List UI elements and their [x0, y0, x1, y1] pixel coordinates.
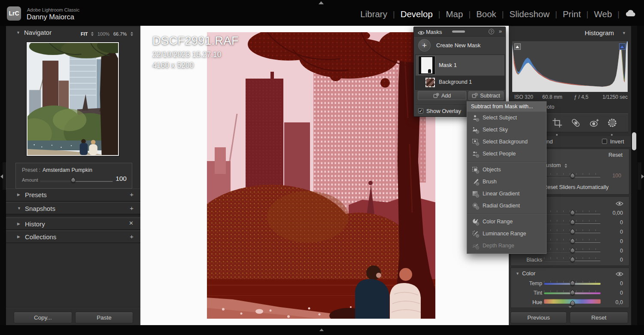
previous-button[interactable]: Previous: [510, 312, 567, 323]
color-eye-icon[interactable]: [616, 271, 623, 278]
menu-item-depth-range: Depth Range: [467, 240, 546, 252]
highlight-clipping-indicator[interactable]: [619, 43, 626, 50]
zoom-spinner-icon[interactable]: [131, 32, 133, 36]
module-map[interactable]: Map: [446, 9, 463, 19]
select-subject-icon: [472, 114, 479, 122]
crop-tool-icon[interactable]: [552, 117, 563, 128]
photo-with-mask-overlay[interactable]: [207, 32, 435, 319]
module-web[interactable]: Web: [594, 9, 612, 19]
subtract-from-mask-button[interactable]: Subtract: [468, 91, 504, 100]
navigator-zoom-ratio-button[interactable]: 66.7%: [113, 31, 127, 37]
masks-help-icon[interactable]: ?: [489, 29, 494, 34]
slider-row-tint: Tint 0: [511, 289, 629, 298]
module-separator: |: [617, 10, 620, 19]
right-panel-scrollbar[interactable]: [631, 26, 637, 325]
mask-component-item[interactable]: Background 1: [416, 76, 504, 89]
shadow-clipping-indicator[interactable]: [514, 43, 521, 50]
menu-item-brush[interactable]: Brush: [467, 176, 546, 188]
menu-item-radial-gradient[interactable]: Radial Gradient: [467, 200, 546, 212]
show-overlay-checkbox[interactable]: ✓: [418, 108, 423, 113]
preset-spinner-icon[interactable]: [565, 164, 567, 168]
navigator-fit-button[interactable]: FIT: [81, 31, 88, 37]
masks-eye-icon[interactable]: [418, 29, 425, 37]
mask-amount-value: 100: [612, 173, 621, 179]
copy-button[interactable]: Copy...: [14, 312, 72, 323]
light-eye-icon[interactable]: [616, 200, 623, 208]
module-develop[interactable]: Develop: [401, 9, 433, 19]
presets-collapse-icon: ▶: [17, 192, 20, 197]
history-clear-button[interactable]: ✕: [129, 220, 134, 226]
menu-item-select-people[interactable]: Select People: [467, 148, 546, 160]
show-filmstrip-arrow-icon[interactable]: [319, 329, 324, 331]
navigator-preview[interactable]: [27, 42, 119, 156]
amount-slider-track[interactable]: [40, 180, 113, 182]
color-collapse-icon[interactable]: ▼: [516, 271, 519, 276]
module-slideshow[interactable]: Slideshow: [510, 9, 550, 19]
paste-button[interactable]: Paste: [75, 312, 133, 323]
module-print[interactable]: Print: [563, 9, 581, 19]
masks-collapse-icon[interactable]: »: [499, 28, 502, 34]
right-panel-edge[interactable]: [637, 26, 644, 325]
navigator-title[interactable]: Navigator: [24, 29, 52, 36]
color-range-icon: [472, 218, 479, 225]
objects-icon: [472, 166, 479, 174]
linear-gradient-icon: [472, 190, 479, 198]
masks-panel-title: Masks: [426, 29, 442, 35]
panel-history[interactable]: ▶ History ✕: [6, 218, 140, 230]
mask-reset-link[interactable]: Reset: [608, 152, 623, 158]
presets-add-button[interactable]: +: [130, 191, 134, 198]
subtract-icon: [472, 93, 478, 99]
menu-item-color-range[interactable]: Color Range: [467, 216, 546, 228]
navigator-collapse-icon[interactable]: ▼: [16, 30, 20, 35]
collapse-left-panel-arrow-icon[interactable]: [0, 174, 3, 179]
right-grip: [638, 162, 641, 190]
scrollbar-thumb[interactable]: [632, 132, 636, 150]
masks-panel-header[interactable]: Masks ? »: [414, 27, 505, 37]
capture-datetime-overlay: 22/10/2023 15.27.10: [152, 50, 239, 59]
menu-item-select-subject[interactable]: Select Subject: [467, 112, 546, 124]
menu-item-luminance-range[interactable]: Luminance Range: [467, 228, 546, 240]
mask-color-box: ▼ Color Temp 0 Tint 0 Hue 0,0: [510, 268, 629, 308]
histogram-title[interactable]: Histogram: [585, 29, 614, 37]
menu-item-select-background[interactable]: Select Background: [467, 136, 546, 148]
navigator-zoom-100-button[interactable]: 100%: [97, 31, 109, 37]
invert-checkbox[interactable]: [602, 139, 607, 144]
auto-reset-label: Reset Sliders Automatically: [544, 184, 608, 190]
histogram-collapse-icon[interactable]: ▼: [622, 31, 626, 35]
panel-snapshots[interactable]: ▼ Snapshots +: [6, 202, 140, 214]
left-panel-edge[interactable]: [0, 26, 6, 325]
aperture-value: ƒ / 4,5: [574, 94, 588, 100]
snapshots-add-button[interactable]: +: [130, 204, 134, 212]
module-book[interactable]: Book: [476, 9, 496, 19]
mask-item-selected[interactable]: Mask 1: [416, 55, 504, 76]
menu-item-objects[interactable]: Objects: [467, 164, 546, 176]
module-picker: Library | Develop | Map | Book | Slidesh…: [360, 9, 636, 19]
histogram-chart[interactable]: [512, 41, 628, 92]
expand-more-icon[interactable]: [568, 306, 572, 308]
fit-spinner-icon[interactable]: [91, 32, 94, 36]
menu-item-linear-gradient[interactable]: Linear Gradient: [467, 188, 546, 200]
presets-label: Presets: [25, 191, 47, 198]
create-new-mask-row[interactable]: + Create New Mask: [414, 37, 505, 55]
masking-tool-icon[interactable]: [607, 117, 618, 128]
collapse-right-panel-arrow-icon[interactable]: [641, 174, 644, 179]
menu-item-select-sky[interactable]: Select Sky: [467, 124, 546, 136]
collections-add-button[interactable]: +: [130, 233, 134, 240]
cloud-sync-icon[interactable]: [625, 9, 636, 19]
module-library[interactable]: Library: [360, 9, 387, 19]
red-eye-tool-icon[interactable]: [589, 117, 600, 128]
panel-collections[interactable]: ▶ Collections +: [6, 231, 140, 243]
create-mask-plus-icon[interactable]: +: [418, 39, 431, 52]
amount-value: 100: [115, 175, 127, 183]
add-to-mask-button[interactable]: Add: [418, 91, 466, 100]
amount-slider-knob[interactable]: [70, 177, 77, 184]
masks-drag-handle[interactable]: [452, 30, 465, 33]
show-top-panel-arrow-icon[interactable]: [319, 1, 324, 4]
snapshots-empty-strip: [6, 214, 140, 217]
mask1-thumbnail[interactable]: [418, 56, 435, 75]
healing-tool-icon[interactable]: [570, 117, 581, 128]
panel-presets[interactable]: ▶ Presets +: [6, 189, 140, 201]
left-grip: [3, 162, 6, 190]
reset-button[interactable]: Reset: [570, 312, 628, 323]
background1-thumbnail[interactable]: [425, 78, 435, 87]
